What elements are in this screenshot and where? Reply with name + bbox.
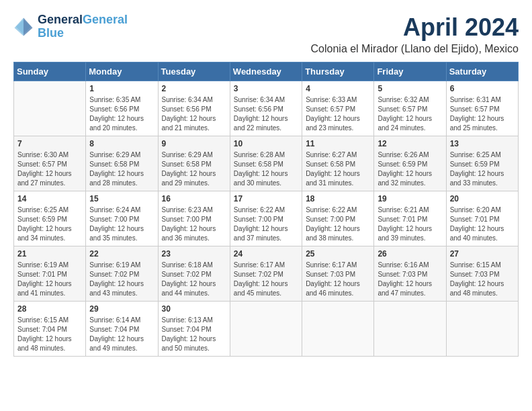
day-info: Sunrise: 6:17 AMSunset: 7:02 PMDaylight:… — [234, 261, 298, 298]
day-info: Sunrise: 6:29 AMSunset: 6:58 PMDaylight:… — [162, 150, 226, 188]
day-info: Sunrise: 6:29 AMSunset: 6:58 PMDaylight:… — [89, 150, 154, 188]
day-cell: 21Sunrise: 6:19 AMSunset: 7:01 PMDayligh… — [14, 246, 86, 302]
day-info: Sunrise: 6:31 AMSunset: 6:57 PMDaylight:… — [450, 95, 515, 133]
day-info: Sunrise: 6:28 AMSunset: 6:58 PMDaylight:… — [234, 150, 298, 188]
day-number: 7 — [17, 139, 82, 148]
day-info: Sunrise: 6:22 AMSunset: 7:00 PMDaylight:… — [306, 205, 370, 243]
day-info: Sunrise: 6:22 AMSunset: 7:00 PMDaylight:… — [234, 205, 298, 243]
logo-icon — [13, 17, 34, 37]
day-info: Sunrise: 6:26 AMSunset: 6:59 PMDaylight:… — [378, 150, 442, 188]
day-cell: 13Sunrise: 6:25 AMSunset: 6:59 PMDayligh… — [446, 136, 518, 191]
day-number: 23 — [162, 249, 226, 259]
column-header-monday: Monday — [86, 62, 158, 81]
day-number: 14 — [17, 194, 82, 203]
page-header: GeneralGeneral Blue April 2024 Colonia e… — [13, 13, 519, 55]
day-cell — [14, 81, 86, 136]
day-number: 20 — [450, 194, 515, 203]
day-info: Sunrise: 6:19 AMSunset: 7:02 PMDaylight:… — [89, 261, 154, 298]
day-number: 11 — [306, 139, 370, 148]
day-number: 15 — [89, 194, 154, 203]
day-cell: 20Sunrise: 6:20 AMSunset: 7:01 PMDayligh… — [446, 191, 518, 246]
day-info: Sunrise: 6:15 AMSunset: 7:03 PMDaylight:… — [450, 261, 515, 298]
day-info: Sunrise: 6:19 AMSunset: 7:01 PMDaylight:… — [17, 261, 82, 298]
day-number: 3 — [234, 84, 298, 93]
day-info: Sunrise: 6:18 AMSunset: 7:02 PMDaylight:… — [162, 261, 226, 298]
svg-marker-3 — [15, 17, 24, 36]
day-number: 21 — [17, 249, 82, 259]
day-cell: 17Sunrise: 6:22 AMSunset: 7:00 PMDayligh… — [230, 191, 302, 246]
day-number: 6 — [450, 84, 515, 93]
day-info: Sunrise: 6:21 AMSunset: 7:01 PMDaylight:… — [378, 205, 442, 243]
day-info: Sunrise: 6:34 AMSunset: 6:56 PMDaylight:… — [162, 95, 226, 133]
day-number: 27 — [450, 249, 515, 259]
day-cell: 16Sunrise: 6:23 AMSunset: 7:00 PMDayligh… — [158, 191, 230, 246]
day-info: Sunrise: 6:27 AMSunset: 6:58 PMDaylight:… — [306, 150, 370, 188]
day-number: 18 — [306, 194, 370, 203]
day-number: 1 — [89, 84, 154, 93]
day-number: 8 — [89, 139, 154, 148]
day-cell: 24Sunrise: 6:17 AMSunset: 7:02 PMDayligh… — [230, 246, 302, 302]
day-cell: 29Sunrise: 6:14 AMSunset: 7:04 PMDayligh… — [86, 302, 158, 357]
day-cell: 10Sunrise: 6:28 AMSunset: 6:58 PMDayligh… — [230, 136, 302, 191]
day-cell: 11Sunrise: 6:27 AMSunset: 6:58 PMDayligh… — [302, 136, 374, 191]
day-cell: 18Sunrise: 6:22 AMSunset: 7:00 PMDayligh… — [302, 191, 374, 246]
day-cell: 22Sunrise: 6:19 AMSunset: 7:02 PMDayligh… — [86, 246, 158, 302]
calendar-table: SundayMondayTuesdayWednesdayThursdayFrid… — [13, 62, 519, 357]
day-info: Sunrise: 6:23 AMSunset: 7:00 PMDaylight:… — [162, 205, 226, 243]
day-cell — [374, 302, 446, 357]
day-number: 12 — [378, 139, 442, 148]
logo-text: GeneralGeneral Blue — [38, 13, 128, 40]
title-block: April 2024 Colonia el Mirador (Llano del… — [311, 13, 519, 55]
day-info: Sunrise: 6:25 AMSunset: 6:59 PMDaylight:… — [17, 205, 82, 243]
day-number: 26 — [378, 249, 442, 259]
day-cell — [302, 302, 374, 357]
day-info: Sunrise: 6:16 AMSunset: 7:03 PMDaylight:… — [378, 261, 442, 298]
day-cell: 5Sunrise: 6:32 AMSunset: 6:57 PMDaylight… — [374, 81, 446, 136]
column-header-saturday: Saturday — [446, 62, 518, 81]
day-info: Sunrise: 6:32 AMSunset: 6:57 PMDaylight:… — [378, 95, 442, 133]
week-row-4: 21Sunrise: 6:19 AMSunset: 7:01 PMDayligh… — [14, 246, 519, 302]
day-info: Sunrise: 6:34 AMSunset: 6:56 PMDaylight:… — [234, 95, 298, 133]
day-info: Sunrise: 6:20 AMSunset: 7:01 PMDaylight:… — [450, 205, 515, 243]
day-info: Sunrise: 6:15 AMSunset: 7:04 PMDaylight:… — [17, 316, 82, 353]
location-title: Colonia el Mirador (Llano del Ejido), Me… — [311, 43, 519, 55]
day-info: Sunrise: 6:24 AMSunset: 7:00 PMDaylight:… — [89, 205, 154, 243]
day-cell: 15Sunrise: 6:24 AMSunset: 7:00 PMDayligh… — [86, 191, 158, 246]
column-header-wednesday: Wednesday — [230, 62, 302, 81]
day-cell: 9Sunrise: 6:29 AMSunset: 6:58 PMDaylight… — [158, 136, 230, 191]
day-number: 10 — [234, 139, 298, 148]
column-header-sunday: Sunday — [14, 62, 86, 81]
day-number: 4 — [306, 84, 370, 93]
day-info: Sunrise: 6:14 AMSunset: 7:04 PMDaylight:… — [89, 316, 154, 353]
week-row-3: 14Sunrise: 6:25 AMSunset: 6:59 PMDayligh… — [14, 191, 519, 246]
day-cell: 7Sunrise: 6:30 AMSunset: 6:57 PMDaylight… — [14, 136, 86, 191]
day-cell: 23Sunrise: 6:18 AMSunset: 7:02 PMDayligh… — [158, 246, 230, 302]
day-cell: 12Sunrise: 6:26 AMSunset: 6:59 PMDayligh… — [374, 136, 446, 191]
day-cell: 27Sunrise: 6:15 AMSunset: 7:03 PMDayligh… — [446, 246, 518, 302]
day-number: 13 — [450, 139, 515, 148]
day-info: Sunrise: 6:17 AMSunset: 7:03 PMDaylight:… — [306, 261, 370, 298]
day-cell: 19Sunrise: 6:21 AMSunset: 7:01 PMDayligh… — [374, 191, 446, 246]
day-number: 9 — [162, 139, 226, 148]
week-row-2: 7Sunrise: 6:30 AMSunset: 6:57 PMDaylight… — [14, 136, 519, 191]
day-number: 25 — [306, 249, 370, 259]
day-cell: 1Sunrise: 6:35 AMSunset: 6:56 PMDaylight… — [86, 81, 158, 136]
day-info: Sunrise: 6:35 AMSunset: 6:56 PMDaylight:… — [89, 95, 154, 133]
day-info: Sunrise: 6:25 AMSunset: 6:59 PMDaylight:… — [450, 150, 515, 188]
calendar-header-row: SundayMondayTuesdayWednesdayThursdayFrid… — [14, 62, 519, 81]
svg-marker-2 — [24, 17, 33, 36]
day-cell: 8Sunrise: 6:29 AMSunset: 6:58 PMDaylight… — [86, 136, 158, 191]
day-cell — [230, 302, 302, 357]
day-cell: 14Sunrise: 6:25 AMSunset: 6:59 PMDayligh… — [14, 191, 86, 246]
day-cell: 4Sunrise: 6:33 AMSunset: 6:57 PMDaylight… — [302, 81, 374, 136]
day-cell: 28Sunrise: 6:15 AMSunset: 7:04 PMDayligh… — [14, 302, 86, 357]
day-cell: 26Sunrise: 6:16 AMSunset: 7:03 PMDayligh… — [374, 246, 446, 302]
day-cell: 6Sunrise: 6:31 AMSunset: 6:57 PMDaylight… — [446, 81, 518, 136]
day-number: 30 — [162, 304, 226, 314]
day-cell: 25Sunrise: 6:17 AMSunset: 7:03 PMDayligh… — [302, 246, 374, 302]
day-number: 19 — [378, 194, 442, 203]
day-number: 16 — [162, 194, 226, 203]
day-number: 24 — [234, 249, 298, 259]
column-header-friday: Friday — [374, 62, 446, 81]
day-cell: 2Sunrise: 6:34 AMSunset: 6:56 PMDaylight… — [158, 81, 230, 136]
